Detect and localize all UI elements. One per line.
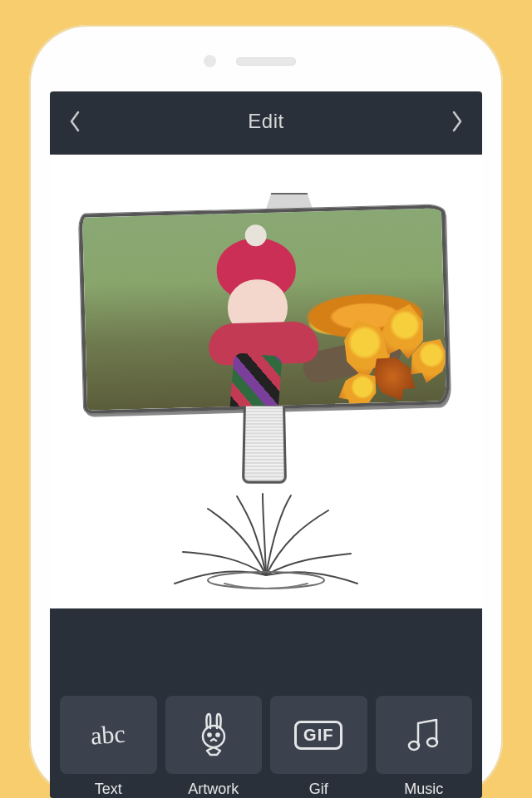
spacer [50, 633, 482, 689]
gif-icon: GIF [294, 721, 342, 750]
tool-label: Music [404, 781, 443, 798]
tool-artwork[interactable]: Artwork [165, 696, 263, 798]
svg-point-5 [427, 738, 437, 746]
chevron-left-icon [68, 110, 81, 133]
topbar: Edit [50, 91, 482, 151]
svg-point-2 [208, 733, 210, 736]
bunny-icon [195, 712, 233, 758]
music-note-icon [405, 715, 443, 755]
edit-canvas[interactable] [50, 155, 482, 608]
svg-point-3 [216, 733, 219, 736]
phone-mockup: Edit [29, 25, 503, 798]
bottom-toolbar: abc Text Artwork [50, 689, 482, 798]
grass-icon [158, 484, 374, 592]
tool-label: Gif [309, 781, 328, 798]
tool-label: Artwork [188, 781, 239, 798]
svg-point-4 [409, 741, 419, 750]
svg-point-1 [203, 726, 224, 747]
tool-gif[interactable]: GIF Gif [270, 696, 367, 798]
tool-music[interactable]: Music [376, 696, 473, 798]
signpost-icon [242, 406, 287, 484]
tool-label: Text [95, 781, 122, 798]
text-icon: abc [90, 720, 126, 751]
app-screen: Edit [50, 91, 482, 798]
canvas-area [50, 151, 482, 633]
page-title: Edit [248, 110, 283, 133]
forward-button[interactable] [451, 110, 464, 133]
back-button[interactable] [68, 110, 81, 133]
chevron-right-icon [451, 110, 464, 133]
tool-text[interactable]: abc Text [60, 696, 157, 798]
